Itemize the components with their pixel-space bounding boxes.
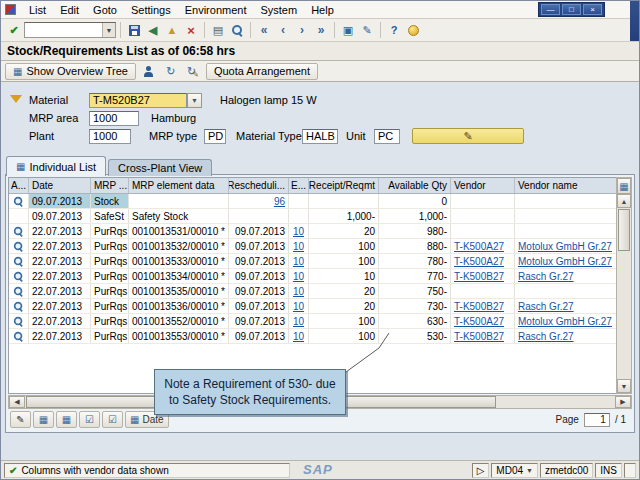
chevron-down-icon[interactable]: ▼ (102, 23, 115, 37)
exit-icon[interactable]: ▲ (163, 21, 181, 39)
menu-edit[interactable]: Edit (53, 3, 86, 17)
status-expand-icon[interactable]: ▷ (472, 463, 490, 478)
filter-on-icon[interactable]: ☑ (79, 411, 100, 428)
refresh-with-pencil-icon[interactable]: ↻✎ (184, 62, 202, 80)
find-icon[interactable] (228, 21, 246, 39)
enter-icon[interactable]: ✔ (5, 21, 23, 39)
last-page-icon[interactable]: » (312, 21, 330, 39)
cell-vendor-name[interactable]: Motolux GmbH Gr.27 (515, 254, 616, 268)
cell-vendor[interactable]: T-K500A27 (451, 239, 515, 253)
header-element[interactable]: MRP element data (129, 178, 229, 193)
cell-exception[interactable]: 10 (289, 239, 309, 253)
cell-exception[interactable]: 10 (289, 314, 309, 328)
cell-vendor-name[interactable] (515, 224, 616, 238)
cell-exception[interactable]: 10 (289, 329, 309, 343)
status-transaction-field[interactable]: MD04 ▼ (491, 463, 538, 478)
header-action[interactable]: A... (9, 178, 29, 193)
scroll-right-icon[interactable]: ▶ (615, 396, 631, 408)
cell-vendor[interactable]: T-K500B27 (451, 329, 515, 343)
cell-vendor-name[interactable] (515, 284, 616, 298)
material-type-field[interactable]: HALB (302, 129, 338, 144)
grid-view-icon[interactable]: ▦ (33, 411, 54, 428)
help-icon[interactable]: ? (385, 21, 403, 39)
quota-arrangement-button[interactable]: Quota Arrangement (206, 63, 318, 80)
command-field[interactable]: ▼ (24, 22, 116, 38)
cell-exception[interactable]: 10 (289, 254, 309, 268)
chevron-down-icon[interactable]: ▼ (526, 467, 533, 474)
grid-view-alt-icon[interactable]: ▦ (56, 411, 77, 428)
header-rescheduling[interactable]: Rescheduli... (229, 178, 289, 193)
scroll-up-icon[interactable]: ▲ (617, 194, 631, 208)
back-icon[interactable]: ◀ (144, 21, 162, 39)
matchcode-icon[interactable]: ▼ (187, 93, 202, 108)
cell-vendor-name[interactable] (515, 194, 616, 208)
plant-field[interactable]: 1000 (89, 129, 131, 144)
new-session-icon[interactable]: ▣ (339, 21, 357, 39)
customize-layout-icon[interactable] (404, 21, 422, 39)
header-date[interactable]: Date (29, 178, 91, 193)
mrp-type-field[interactable]: PD (204, 129, 226, 144)
detail-icon[interactable] (14, 226, 23, 235)
unit-field[interactable]: PC (374, 129, 400, 144)
cell-vendor-name[interactable]: Rasch Gr.27 (515, 299, 616, 313)
cell-vendor[interactable] (451, 284, 515, 298)
menu-system[interactable]: System (253, 3, 304, 17)
cell-vendor-name[interactable]: Rasch Gr.27 (515, 269, 616, 283)
close-icon[interactable]: × (583, 4, 602, 15)
cell-vendor-name[interactable]: Rasch Gr.27 (515, 329, 616, 343)
tab-individual-list[interactable]: ▦ Individual List (6, 156, 106, 176)
mrp-area-field[interactable]: 1000 (89, 111, 139, 126)
menu-list[interactable]: List (22, 3, 53, 17)
person-icon[interactable] (140, 62, 158, 80)
cell-vendor[interactable]: T-K500B27 (451, 269, 515, 283)
refresh-icon[interactable]: ↻ (162, 62, 180, 80)
menu-help[interactable]: Help (304, 3, 341, 17)
detail-icon[interactable] (14, 271, 23, 280)
material-field[interactable]: T-M520B27 (89, 93, 187, 108)
scroll-down-icon[interactable]: ▼ (617, 379, 631, 393)
page-current-field[interactable]: 1 (584, 413, 610, 427)
detail-icon[interactable] (14, 196, 23, 205)
cell-resched[interactable]: 96 (229, 194, 289, 208)
cell-vendor[interactable] (451, 224, 515, 238)
tab-cross-plant-view[interactable]: Cross-Plant View (108, 159, 212, 176)
detail-icon[interactable] (14, 241, 23, 250)
prev-page-icon[interactable]: ‹ (274, 21, 292, 39)
table-settings-icon[interactable]: ▦ (617, 178, 631, 194)
detail-icon[interactable] (14, 286, 23, 295)
header-available[interactable]: Available Qty (379, 178, 451, 193)
save-icon[interactable] (125, 21, 143, 39)
minimize-icon[interactable]: — (541, 4, 560, 15)
scroll-left-icon[interactable]: ◀ (9, 396, 25, 408)
header-vendor-name[interactable]: Vendor name (515, 178, 616, 193)
edit-material-button[interactable]: ✎ (412, 128, 524, 144)
first-page-icon[interactable]: « (255, 21, 273, 39)
header-mrp[interactable]: MRP ... (91, 178, 129, 193)
scroll-thumb[interactable] (618, 209, 630, 251)
detail-icon[interactable] (14, 301, 23, 310)
cell-vendor-name[interactable]: Motolux GmbH Gr.27 (515, 314, 616, 328)
header-receipt[interactable]: Receipt/Reqmt (309, 178, 379, 193)
cell-vendor[interactable] (451, 194, 515, 208)
scroll-track[interactable] (617, 252, 631, 379)
menu-settings[interactable]: Settings (124, 3, 178, 17)
cell-vendor[interactable]: T-K500A27 (451, 254, 515, 268)
cell-exception[interactable]: 10 (289, 269, 309, 283)
create-shortcut-icon[interactable]: ✎ (358, 21, 376, 39)
detail-icon[interactable] (14, 331, 23, 340)
toggle-display-change-icon[interactable]: ✎ (10, 411, 31, 428)
vertical-scrollbar[interactable]: ▦ ▲ ▼ (616, 177, 632, 394)
header-exception[interactable]: E... (289, 178, 309, 193)
filter-off-icon[interactable]: ☑ (102, 411, 123, 428)
cell-exception[interactable]: 10 (289, 224, 309, 238)
cell-vendor[interactable]: T-K500A27 (451, 314, 515, 328)
cell-vendor[interactable]: T-K500B27 (451, 299, 515, 313)
menu-goto[interactable]: Goto (86, 3, 124, 17)
header-vendor[interactable]: Vendor (451, 178, 515, 193)
print-icon[interactable]: ▤ (209, 21, 227, 39)
show-overview-tree-button[interactable]: ▦ Show Overview Tree (5, 63, 136, 80)
menu-environment[interactable]: Environment (178, 3, 254, 17)
cancel-icon[interactable]: × (182, 21, 200, 39)
next-page-icon[interactable]: › (293, 21, 311, 39)
cell-exception[interactable]: 10 (289, 299, 309, 313)
